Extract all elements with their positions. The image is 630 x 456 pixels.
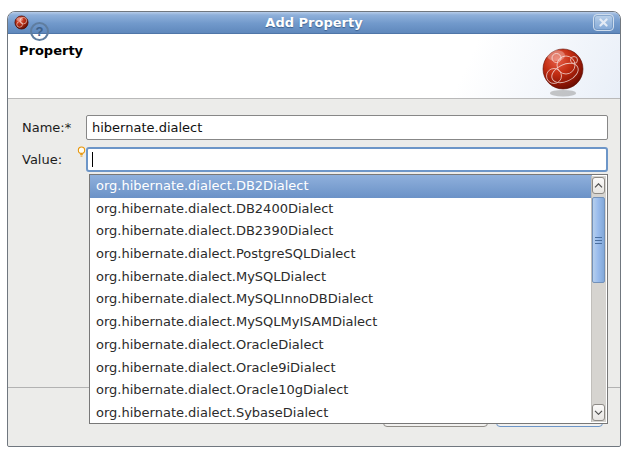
window-title: Add Property [8,15,620,30]
chevron-down-icon [594,410,603,415]
close-button[interactable] [593,14,614,31]
list-item[interactable]: org.hibernate.dialect.MySQLDialect [90,266,592,289]
scrollbar-thumb[interactable] [592,197,605,283]
list-item[interactable]: org.hibernate.dialect.Oracle9iDialect [90,357,592,380]
list-item[interactable]: org.hibernate.dialect.DB2390Dialect [90,220,592,243]
help-button[interactable]: ? [30,22,49,41]
dialect-dropdown: org.hibernate.dialect.DB2Dialectorg.hibe… [89,174,608,424]
list-item[interactable]: org.hibernate.dialect.MySQLMyISAMDialect [90,311,592,334]
name-input[interactable] [86,115,608,140]
close-icon [598,17,609,28]
value-input[interactable] [86,147,608,172]
scroll-down-button[interactable] [592,404,605,421]
header-sheen [390,34,620,98]
list-item[interactable]: org.hibernate.dialect.DB2400Dialect [90,198,592,221]
list-item[interactable]: org.hibernate.dialect.Oracle10gDialect [90,379,592,402]
scrollbar[interactable] [591,176,606,422]
name-label: Name:* [22,120,71,135]
lightbulb-icon [77,143,86,155]
page-title: Property [19,43,83,58]
scroll-up-button[interactable] [592,177,605,194]
list-item[interactable]: org.hibernate.dialect.PostgreSQLDialect [90,243,592,266]
hibernate-logo [541,45,585,97]
dialect-list: org.hibernate.dialect.DB2Dialectorg.hibe… [90,175,592,423]
add-property-dialog: Add Property Property [7,11,621,447]
list-item[interactable]: org.hibernate.dialect.SybaseDialect [90,402,592,423]
list-item[interactable]: org.hibernate.dialect.DB2Dialect [90,175,592,198]
titlebar[interactable]: Add Property [8,12,620,34]
text-caret [92,152,93,167]
list-item[interactable]: org.hibernate.dialect.MySQLInnoDBDialect [90,288,592,311]
dialog-header: Property [8,34,620,99]
list-item[interactable]: org.hibernate.dialect.OracleDialect [90,334,592,357]
chevron-up-icon [594,183,603,188]
thumb-grip-icon [595,240,602,241]
value-label: Value: [22,152,62,167]
